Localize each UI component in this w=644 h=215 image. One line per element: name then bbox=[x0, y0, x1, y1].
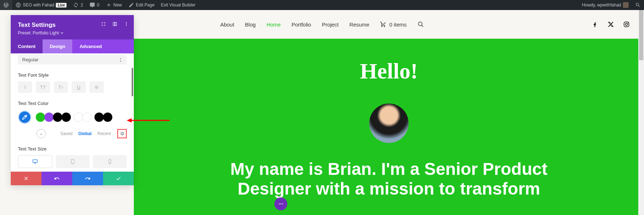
site-search-button[interactable] bbox=[418, 21, 424, 28]
cart-label: 0 items bbox=[389, 22, 406, 28]
undo-button[interactable] bbox=[42, 172, 72, 185]
device-phone[interactable] bbox=[93, 155, 127, 168]
howdy-link[interactable]: Howdy, wpwithfahad bbox=[579, 0, 632, 10]
tab-advanced[interactable]: Advanced bbox=[72, 39, 109, 53]
uppercase-button[interactable]: TT bbox=[36, 81, 50, 93]
swatch-4[interactable] bbox=[62, 113, 71, 122]
howdy-text: Howdy, wpwithfahad bbox=[582, 3, 621, 8]
hero-avatar bbox=[369, 104, 409, 143]
cancel-button[interactable] bbox=[11, 172, 42, 185]
page-scrollbar[interactable] bbox=[638, 10, 644, 215]
svg-point-13 bbox=[126, 25, 127, 26]
swatch-7[interactable] bbox=[94, 113, 104, 122]
svg-point-12 bbox=[126, 24, 127, 24]
svg-point-6 bbox=[279, 204, 280, 205]
user-avatar-icon bbox=[623, 2, 629, 8]
label-text-color: Text Text Color bbox=[18, 101, 127, 106]
chevron-down-icon bbox=[60, 32, 63, 34]
kebab-menu-icon[interactable] bbox=[124, 22, 129, 27]
expand-icon[interactable] bbox=[101, 22, 106, 27]
panel-header: Text Settings Preset: Portfolio Light bbox=[11, 15, 134, 39]
font-style-buttons: I TT Tт U S bbox=[18, 81, 127, 93]
svg-point-15 bbox=[72, 163, 73, 163]
edit-page-link[interactable]: Edit Page bbox=[125, 0, 158, 10]
nav-home[interactable]: Home bbox=[267, 22, 281, 28]
device-desktop[interactable] bbox=[18, 155, 52, 168]
font-weight-value: Regular bbox=[22, 57, 39, 62]
panel-scrollbar[interactable] bbox=[131, 53, 134, 172]
new-link[interactable]: New bbox=[103, 0, 125, 10]
color-tab-recent[interactable]: Recent bbox=[97, 131, 111, 136]
swatch-2[interactable] bbox=[44, 113, 54, 122]
eyedropper-button[interactable] bbox=[18, 110, 31, 124]
panel-tabs: Content Design Advanced bbox=[11, 39, 134, 53]
plus-icon bbox=[106, 2, 112, 8]
preset-dropdown[interactable]: Preset: Portfolio Light bbox=[18, 30, 63, 35]
swatch-3[interactable] bbox=[53, 113, 62, 122]
device-tablet[interactable] bbox=[56, 155, 89, 168]
save-button[interactable] bbox=[103, 172, 134, 185]
color-tabs: Saved Global Recent bbox=[60, 129, 127, 138]
italic-button[interactable]: I bbox=[18, 81, 32, 93]
swatch-1[interactable] bbox=[36, 113, 45, 122]
swatch-8[interactable] bbox=[103, 113, 112, 122]
wp-search-button[interactable] bbox=[632, 0, 644, 10]
swatch-group-1 bbox=[36, 113, 71, 122]
swatch-5[interactable] bbox=[74, 113, 83, 122]
select-arrows-icon bbox=[119, 58, 122, 62]
text-settings-panel: Text Settings Preset: Portfolio Light Co… bbox=[11, 15, 134, 185]
svg-rect-10 bbox=[115, 22, 117, 25]
hero-intro-line2: Designer with a mission to transform bbox=[238, 179, 540, 198]
color-tab-saved[interactable]: Saved bbox=[60, 131, 73, 136]
svg-point-4 bbox=[625, 23, 628, 25]
divi-fab-button[interactable] bbox=[274, 197, 287, 210]
nav-blog[interactable]: Blog bbox=[245, 22, 256, 28]
strikethrough-button[interactable]: S bbox=[89, 81, 104, 93]
snap-icon[interactable] bbox=[112, 22, 117, 27]
preset-label: Preset: Portfolio Light bbox=[18, 30, 59, 35]
x-twitter-icon[interactable] bbox=[608, 21, 614, 28]
color-settings-gear[interactable] bbox=[117, 129, 127, 138]
nav-resume[interactable]: Resume bbox=[349, 22, 369, 28]
font-weight-select[interactable]: Regular bbox=[18, 55, 127, 64]
updates-link[interactable]: 2 bbox=[70, 0, 86, 10]
smallcaps-button[interactable]: Tт bbox=[54, 81, 68, 93]
color-tab-global[interactable]: Global bbox=[78, 131, 92, 136]
pencil-icon bbox=[128, 2, 134, 8]
underline-button[interactable]: U bbox=[72, 81, 86, 93]
svg-point-5 bbox=[628, 23, 628, 23]
site-name-text: SEO with Fahad bbox=[23, 3, 54, 8]
wordpress-icon bbox=[3, 2, 9, 8]
exit-vb-link[interactable]: Exit Visual Builder bbox=[158, 0, 199, 10]
site-name-link[interactable]: SEO with Fahad Live bbox=[12, 0, 70, 10]
nav-portfolio[interactable]: Portfolio bbox=[292, 22, 311, 28]
panel-scroll-thumb[interactable] bbox=[132, 68, 133, 96]
nav-project[interactable]: Project bbox=[322, 22, 339, 28]
live-badge: Live bbox=[56, 3, 67, 8]
svg-point-17 bbox=[109, 163, 110, 163]
tab-content[interactable]: Content bbox=[11, 39, 43, 53]
comments-link[interactable]: 0 bbox=[86, 0, 103, 10]
hero-intro-line1: My name is Brian. I'm a Senior Product bbox=[230, 159, 547, 178]
nav-about[interactable]: About bbox=[220, 22, 234, 28]
svg-point-11 bbox=[126, 22, 127, 23]
comments-count: 0 bbox=[97, 3, 99, 8]
hero-hello: Hello! bbox=[134, 58, 644, 84]
color-palette-row bbox=[18, 110, 127, 124]
nav-cart[interactable]: 0 items bbox=[380, 21, 406, 28]
scrollbar-thumb[interactable] bbox=[639, 10, 643, 60]
nav-socials bbox=[592, 21, 630, 28]
exit-vb-text: Exit Visual Builder bbox=[161, 3, 196, 8]
nav-center: About Blog Home Portfolio Project Resume… bbox=[220, 21, 424, 28]
facebook-icon[interactable] bbox=[592, 21, 598, 28]
svg-point-7 bbox=[280, 204, 282, 205]
wp-admin-right: Howdy, wpwithfahad bbox=[579, 0, 644, 10]
redo-button[interactable] bbox=[72, 172, 103, 185]
instagram-icon[interactable] bbox=[623, 21, 630, 28]
tab-design[interactable]: Design bbox=[43, 39, 72, 53]
wp-logo[interactable] bbox=[0, 0, 12, 10]
add-color-button[interactable]: + bbox=[36, 129, 46, 138]
swatch-6[interactable] bbox=[82, 113, 92, 122]
label-font-style: Text Font Style bbox=[18, 72, 127, 78]
search-icon bbox=[635, 2, 641, 8]
